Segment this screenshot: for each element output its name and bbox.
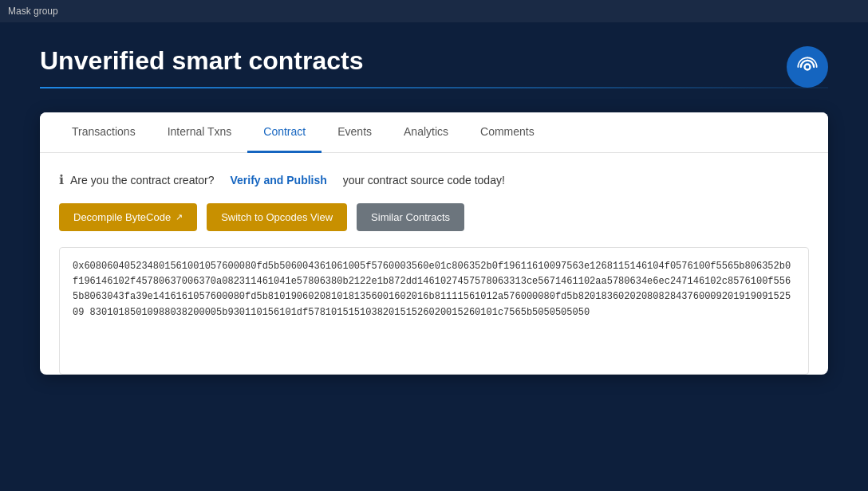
card-body: ℹ Are you the contract creator? Verify a… (40, 153, 828, 375)
top-bar-label: Mask group (8, 6, 58, 17)
main-container: Unverified smart contracts Transactions … (0, 22, 868, 399)
switch-opcodes-button[interactable]: Switch to Opcodes View (207, 203, 347, 231)
decompile-bytecode-button[interactable]: Decompile ByteCode ↗ (59, 203, 197, 231)
tab-contract[interactable]: Contract (247, 112, 322, 153)
logo-icon (787, 46, 828, 88)
bytecode-display: 0x608060405234801561001057600080fd5b5060… (59, 247, 809, 375)
verify-publish-link[interactable]: Verify and Publish (230, 174, 326, 187)
similar-contracts-button[interactable]: Similar Contracts (357, 203, 464, 231)
action-buttons: Decompile ByteCode ↗ Switch to Opcodes V… (59, 203, 809, 231)
top-bar: Mask group (0, 0, 868, 22)
tab-comments[interactable]: Comments (464, 112, 550, 153)
tab-analytics[interactable]: Analytics (388, 112, 464, 153)
tab-transactions[interactable]: Transactions (56, 112, 152, 153)
page-divider (40, 87, 828, 88)
contract-card: Transactions Internal Txns Contract Even… (40, 112, 828, 375)
tab-internal-txns[interactable]: Internal Txns (152, 112, 248, 153)
info-icon: ℹ (59, 172, 64, 187)
external-link-icon: ↗ (176, 212, 183, 222)
page-title: Unverified smart contracts (40, 46, 828, 76)
tab-events[interactable]: Events (322, 112, 388, 153)
podcast-icon (796, 56, 819, 78)
tab-bar: Transactions Internal Txns Contract Even… (40, 112, 828, 153)
notice-text-after: your contract source code today! (343, 174, 505, 187)
bytecode-text: 0x608060405234801561001057600080fd5b5060… (73, 261, 791, 318)
notice-text-before: Are you the contract creator? (70, 174, 215, 187)
svg-point-0 (805, 65, 811, 70)
info-notice: ℹ Are you the contract creator? Verify a… (59, 172, 809, 187)
